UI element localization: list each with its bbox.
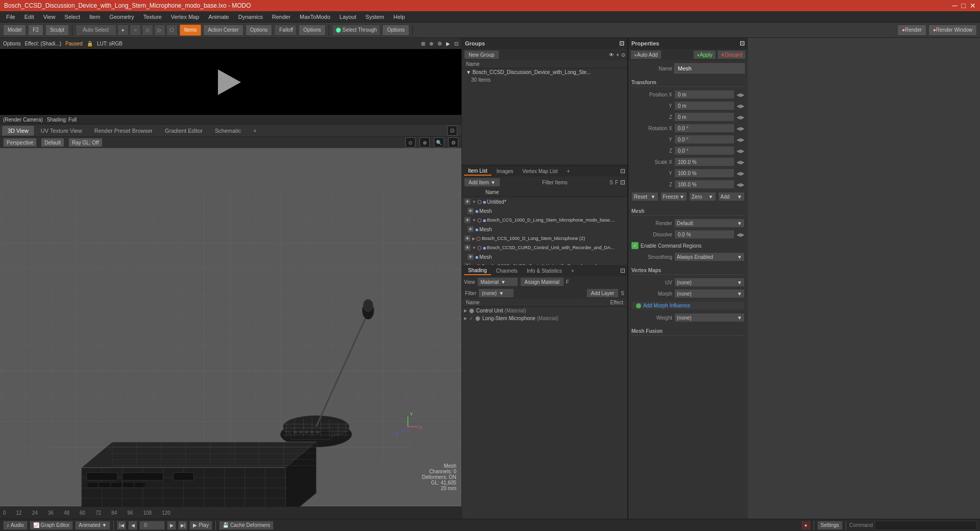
frame-counter[interactable]: 0: [139, 521, 165, 530]
discard-btn[interactable]: ✕ Discard: [717, 50, 746, 59]
menu-view[interactable]: View: [39, 13, 60, 21]
add-morph-influence-btn[interactable]: Add Morph Influence: [631, 301, 745, 310]
menu-maxtomodo[interactable]: MaxToModo: [296, 13, 334, 21]
material-row[interactable]: ▶ Control Unit (Material): [462, 307, 627, 315]
render-dropdown[interactable]: Default▼: [674, 219, 745, 228]
go-end-btn[interactable]: ▶|: [178, 521, 187, 530]
rotation-z-value[interactable]: 0.0 °: [674, 146, 734, 155]
preview-lock-icon[interactable]: 🔒: [87, 41, 93, 46]
add-transform-dropdown[interactable]: Add▼: [718, 192, 745, 201]
dissolve-slider[interactable]: ◀▶: [737, 232, 745, 237]
next-frame-btn[interactable]: ▶: [167, 521, 176, 530]
f2-btn[interactable]: F2: [28, 25, 43, 36]
viewport-expand-icon[interactable]: ⊡: [447, 126, 457, 136]
menu-edit[interactable]: Edit: [20, 13, 38, 21]
falloff-radio[interactable]: Falloff: [274, 25, 297, 36]
list-item[interactable]: 👁 ▼ ⬡ ■ Bosch_CCS_1000_D_Long_Stem_Micro…: [462, 215, 627, 225]
rot-z-slider[interactable]: ◀▶: [737, 148, 745, 154]
zero-dropdown[interactable]: Zero▼: [689, 192, 716, 201]
menu-help[interactable]: Help: [389, 13, 409, 21]
preview-fit-icon[interactable]: ⊞: [421, 41, 425, 46]
add-layer-btn[interactable]: Add Layer: [586, 288, 619, 298]
preview-settings-icon[interactable]: ⚙: [437, 41, 442, 46]
viewport-settings-icon[interactable]: ⚙: [448, 137, 458, 148]
render-btn[interactable]: ● Render: [897, 25, 926, 36]
item-list-icons[interactable]: ⊡: [620, 179, 625, 186]
material-row[interactable]: ▶ ✓ Long-Stem Microphone (Material): [462, 315, 627, 322]
options2-btn[interactable]: Options: [299, 25, 325, 36]
groups-icon1[interactable]: 👁: [609, 52, 614, 58]
tab-images[interactable]: Images: [493, 167, 518, 175]
expand-icon[interactable]: ▶: [472, 236, 475, 241]
render-window-btn[interactable]: ● Render Window: [928, 25, 977, 36]
list-item[interactable]: 👁 ■ Mesh: [462, 225, 627, 234]
visibility-icon[interactable]: 👁: [467, 226, 474, 233]
scale-y-slider[interactable]: ◀▶: [737, 171, 745, 176]
model-btn[interactable]: Model: [3, 25, 26, 36]
scale-x-slider[interactable]: ◀▶: [737, 159, 745, 165]
reset-dropdown[interactable]: Reset▼: [631, 192, 658, 201]
tab-item-list[interactable]: Item List: [464, 167, 492, 176]
preview-expand-icon[interactable]: ⊡: [454, 41, 458, 46]
menu-item[interactable]: Item: [85, 13, 104, 21]
menu-texture[interactable]: Texture: [139, 13, 166, 21]
list-item[interactable]: 👁 ■ Mesh: [462, 206, 627, 215]
list-item[interactable]: 👁 ■ Mesh: [462, 252, 627, 261]
tab-shading-add[interactable]: +: [567, 267, 578, 275]
expand-icon[interactable]: ▼: [472, 200, 476, 204]
tab-item-add[interactable]: +: [563, 167, 574, 175]
command-input[interactable]: [875, 521, 977, 530]
preview-options[interactable]: Options: [3, 41, 20, 46]
expand-icon[interactable]: ▼: [472, 218, 476, 223]
tab-shading[interactable]: Shading: [464, 267, 491, 275]
sculpt-mode5[interactable]: ⬡: [166, 25, 178, 36]
mat-expand-icon[interactable]: ▶: [464, 308, 467, 313]
enable-command-regions-checkbox[interactable]: ✓: [631, 242, 639, 249]
scale-z-slider[interactable]: ◀▶: [737, 182, 745, 187]
auto-add-btn[interactable]: ● Auto Add: [630, 50, 662, 59]
expand-icon[interactable]: ▼: [472, 246, 476, 250]
position-y-value[interactable]: 0 m: [674, 101, 734, 110]
items-btn[interactable]: Items: [180, 25, 201, 36]
menu-system[interactable]: System: [361, 13, 388, 21]
minimize-btn[interactable]: ─: [952, 2, 958, 10]
material-view-dropdown[interactable]: Material ▼: [477, 277, 518, 286]
close-btn[interactable]: ✕: [970, 2, 976, 10]
list-item[interactable]: 👁 ▶ ⬡ Bosch_CCS_1000_D_Long_Stem_Microph…: [462, 234, 627, 243]
item-list-expand-icon[interactable]: ⊡: [620, 167, 625, 175]
sculpt-mode4[interactable]: ▷: [154, 25, 165, 36]
rot-y-slider[interactable]: ◀▶: [737, 137, 745, 142]
viewport-search-icon[interactable]: 🔍: [434, 137, 444, 148]
groups-item[interactable]: ▼ Bosch_CCSD_Discussion_Device_with_Long…: [462, 68, 627, 76]
sculpt-mode3[interactable]: ◇: [142, 25, 153, 36]
viewport-raygl-btn[interactable]: Ray GL: Off: [68, 138, 103, 147]
menu-layout[interactable]: Layout: [335, 13, 360, 21]
pos-y-slider[interactable]: ◀▶: [737, 103, 745, 109]
rot-x-slider[interactable]: ◀▶: [737, 126, 745, 131]
dissolve-value[interactable]: 0.0 %: [674, 230, 734, 239]
menu-animate[interactable]: Animate: [204, 13, 233, 21]
menu-geometry[interactable]: Geometry: [105, 13, 138, 21]
scale-y-value[interactable]: 100.0 %: [674, 168, 734, 178]
viewport-zoom-icon[interactable]: ⊕: [420, 137, 430, 148]
visibility-icon[interactable]: 👁: [464, 198, 471, 205]
go-start-btn[interactable]: |◀: [117, 521, 126, 530]
scale-z-value[interactable]: 100.0 %: [674, 180, 734, 189]
name-input[interactable]: Mesh: [674, 63, 745, 74]
play-btn[interactable]: ▶ Play: [189, 521, 212, 530]
tab-uv-texture[interactable]: UV Texture View: [35, 126, 88, 136]
viewport-perspective-btn[interactable]: Perspective: [3, 138, 37, 147]
visibility-icon[interactable]: 👁: [464, 216, 471, 224]
shading-filter-dropdown[interactable]: (none) ▼: [478, 288, 514, 298]
weight-dropdown[interactable]: (none)▼: [674, 313, 745, 322]
animated-btn[interactable]: Animated ▼: [75, 521, 110, 530]
sculpt-mode2[interactable]: ○: [130, 25, 141, 36]
position-z-value[interactable]: 0 m: [674, 112, 734, 122]
list-item[interactable]: 👁 ▼ ⬡ ■ Untitled*: [462, 197, 627, 206]
menu-file[interactable]: File: [2, 13, 19, 21]
shading-expand-icon[interactable]: ⊡: [620, 267, 625, 274]
smoothing-dropdown[interactable]: Always Enabled▼: [674, 252, 745, 261]
visibility-icon[interactable]: 👁: [467, 253, 474, 260]
morph-dropdown[interactable]: (none)▼: [674, 289, 745, 298]
menu-render[interactable]: Render: [268, 13, 295, 21]
